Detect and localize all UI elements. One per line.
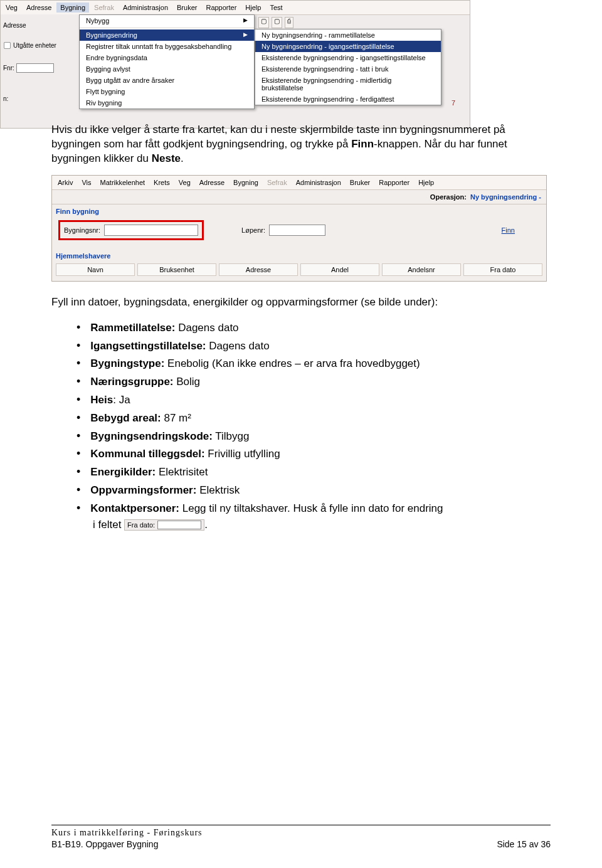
label-adresse: Adresse <box>3 22 77 29</box>
li-bold: Bygningsendringskode: <box>90 430 213 442</box>
li-bold: Heis <box>90 394 113 406</box>
last-inline-line: i feltet Fra dato: . <box>93 519 551 531</box>
scr1-toolbar: ▢ ▢ ⎙ <box>255 17 443 28</box>
section-finn-bygning: Finn bygning <box>52 204 546 216</box>
smi-eks-tatt-bruk[interactable]: Eksisterende bygningsendring - tatt i br… <box>255 63 441 75</box>
lopenr-group: Løpenr: <box>241 225 325 236</box>
list-item: Bygningstype: Enebolig (Kan ikke endres … <box>77 354 551 373</box>
list-item: Heis: Ja <box>77 391 551 409</box>
col-bruksenhet: Bruksenhet <box>137 263 216 276</box>
mi-label: Bygg utgått av andre årsaker <box>86 77 174 84</box>
li-text: Bolig <box>174 376 201 388</box>
col-fra-dato: Fra dato <box>463 263 542 276</box>
menu-bygning[interactable]: Bygning <box>56 3 89 13</box>
find-row: Bygningsnr: Løpenr: Finn <box>52 216 546 249</box>
m2-rapporter[interactable]: Rapporter <box>375 177 413 188</box>
footer-divider <box>51 825 551 825</box>
smi-eks-igang[interactable]: Eksisterende bygningsendring - igangsett… <box>255 52 441 63</box>
m2-adresse[interactable]: Adresse <box>196 177 228 188</box>
fra-dato-input[interactable] <box>157 521 201 529</box>
smi-ramme[interactable]: Ny bygningsendring - rammetillatelse <box>255 29 441 41</box>
m2-krets[interactable]: Krets <box>150 177 174 188</box>
m2-veg[interactable]: Veg <box>175 177 194 188</box>
mi-nybygg[interactable]: Nybygg▶ <box>80 15 254 26</box>
li-text: : Ja <box>113 394 130 406</box>
m2-sefrak: Sefrak <box>263 177 291 188</box>
li-bold: Kontaktpersoner: <box>90 502 179 514</box>
smi-eks-ferdigattest[interactable]: Eksisterende bygningsendring - ferdigatt… <box>255 93 441 105</box>
m2-bruker[interactable]: Bruker <box>346 177 374 188</box>
mi-endre-bygningsdata[interactable]: Endre bygningsdata <box>80 52 254 63</box>
toolbar-icon-1[interactable]: ▢ <box>258 17 269 28</box>
lopenr-input[interactable] <box>269 225 325 236</box>
li-bold: Bebygd areal: <box>90 412 161 424</box>
menu-screenshot-1: Veg Adresse Bygning Sefrak Administrasjo… <box>0 0 470 129</box>
li-text: Elektrisk <box>196 484 240 496</box>
fnr-input[interactable] <box>16 63 54 73</box>
m2-matrikkelenhet[interactable]: Matrikkelenhet <box>97 177 149 188</box>
toolbar-icon-2[interactable]: ▢ <box>272 17 282 28</box>
fra-dato-inline-field: Fra dato: <box>124 519 204 531</box>
li-text: Tilbygg <box>213 430 250 442</box>
menu-rapporter[interactable]: Rapporter <box>202 3 240 13</box>
footer-right: Side 15 av 36 <box>497 839 551 849</box>
utgatte-checkbox[interactable] <box>4 42 11 49</box>
col-adresse: Adresse <box>219 263 298 276</box>
decor-number: 7 <box>452 99 455 107</box>
li-bold: Rammetillatelse: <box>90 322 175 334</box>
left-field-area: Adresse Utgåtte enheter Fnr: n: <box>1 14 79 115</box>
checkbox-utgatte[interactable]: Utgåtte enheter <box>3 41 77 50</box>
para1-bold-finn: Finn <box>351 138 374 150</box>
list-item: Energikilder: Elektrisitet <box>77 463 551 481</box>
last-suffix: . <box>204 519 208 531</box>
finn-link[interactable]: Finn <box>502 226 515 234</box>
smi-igangsetting[interactable]: Ny bygningsendring - igangsettingstillat… <box>255 41 441 52</box>
menu-bruker[interactable]: Bruker <box>173 3 201 13</box>
footer-left: B1-B19. Oppgaver Bygning <box>51 839 158 849</box>
li-bold: Næringsgruppe: <box>90 376 173 388</box>
m2-vis[interactable]: Vis <box>78 177 95 188</box>
smi-eks-midlertidig[interactable]: Eksisterende bygningsendring - midlertid… <box>255 75 441 93</box>
chevron-right-icon: ▶ <box>243 31 248 39</box>
mi-flytt-bygning[interactable]: Flytt bygning <box>80 86 254 97</box>
m2-bygning[interactable]: Bygning <box>230 177 262 188</box>
li-text: 87 m² <box>161 412 191 424</box>
li-text: Legg til ny tiltakshaver. Husk å fylle i… <box>179 502 443 514</box>
list-item: Igangsettingstillatelse: Dagens dato <box>77 337 551 355</box>
list-item: Bebygd areal: 87 m² <box>77 409 551 427</box>
m2-arkiv[interactable]: Arkiv <box>54 177 77 188</box>
mi-bygging-avlyst[interactable]: Bygging avlyst <box>80 63 254 75</box>
menu-adresse[interactable]: Adresse <box>23 3 55 13</box>
menu-hjelp[interactable]: Hjelp <box>241 3 265 13</box>
col-andelsnr: Andelsnr <box>382 263 461 276</box>
para1-bold-neste: Neste <box>152 152 181 164</box>
section-hjemmelshavere: Hjemmelshavere <box>52 249 546 261</box>
menu-administrasjon[interactable]: Administrasjon <box>119 3 172 13</box>
mi-registrer-tiltak[interactable]: Registrer tiltak unntatt fra byggesaksbe… <box>80 41 254 52</box>
li-bold: Oppvarmingsformer: <box>90 484 196 496</box>
li-text: Enebolig (Kan ikke endres – er arva fra … <box>164 357 420 369</box>
last-prefix: i feltet <box>93 519 121 531</box>
fill-instruction: Fyll inn datoer, bygningsdata, energikil… <box>51 295 551 310</box>
para1-text-e: . <box>181 152 184 164</box>
menu-veg[interactable]: Veg <box>2 3 21 13</box>
menu-test[interactable]: Test <box>266 3 286 13</box>
li-text: Dagens dato <box>175 322 238 334</box>
mi-label: Riv bygning <box>86 99 122 107</box>
page-footer: Kurs i matrikkelføring - Føringskurs B1-… <box>51 825 551 849</box>
toolbar-print-icon[interactable]: ⎙ <box>285 17 293 28</box>
m2-hjelp[interactable]: Hjelp <box>415 177 438 188</box>
operation-label: Operasjon: <box>430 193 467 201</box>
mi-label: Endre bygningsdata <box>86 54 147 61</box>
lopenr-label: Løpenr: <box>241 226 265 234</box>
mi-label: Bygging avlyst <box>86 65 130 73</box>
m2-administrasjon[interactable]: Administrasjon <box>292 177 345 188</box>
list-item: Næringsgruppe: Bolig <box>77 373 551 391</box>
document-body: Hvis du ikke velger å starte fra kartet,… <box>51 123 551 531</box>
scr1-menubar: Veg Adresse Bygning Sefrak Administrasjo… <box>1 1 470 15</box>
mi-bygningsendring[interactable]: Bygningsendring▶ <box>80 29 254 41</box>
mi-riv-bygning[interactable]: Riv bygning <box>80 97 254 109</box>
list-item: Oppvarmingsformer: Elektrisk <box>77 481 551 499</box>
mi-bygg-utgatt[interactable]: Bygg utgått av andre årsaker <box>80 75 254 86</box>
bygningsnr-input[interactable] <box>104 225 198 236</box>
